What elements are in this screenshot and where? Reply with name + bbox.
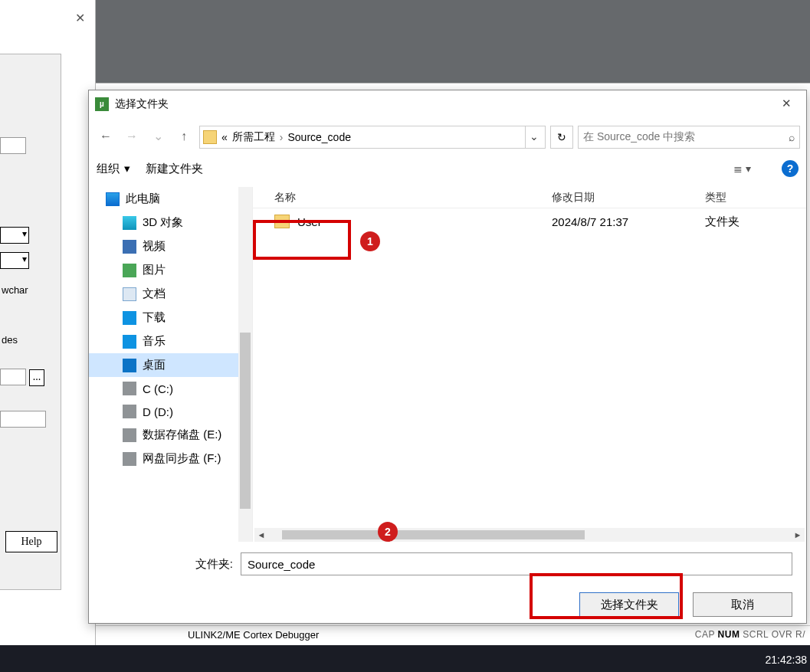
folder-name-label: 文件夹: [103, 557, 233, 572]
breadcrumb-sep: › [280, 131, 284, 143]
tree-item-icon [123, 428, 136, 442]
tree-item-label: 视频 [143, 239, 166, 254]
tree-item-label: 3D 对象 [143, 215, 183, 230]
col-type-header[interactable]: 类型 [705, 191, 766, 205]
organize-button[interactable]: 组织 ▾ [97, 162, 130, 176]
file-list: 名称 修改日期 类型 User2024/8/7 21:37文件夹 1 ◄ 2 ► [253, 187, 806, 542]
status-debugger-label: ULINK2/ME Cortex Debugger [188, 629, 319, 641]
tree-item[interactable]: 视频 [89, 234, 252, 258]
tree-item-label: 数据存储盘 (E:) [143, 428, 221, 442]
dialog-titlebar[interactable]: µ 选择文件夹 ✕ [89, 90, 806, 118]
dialog-close-button[interactable]: ✕ [769, 93, 803, 115]
file-name: User [297, 215, 322, 228]
tree-item[interactable]: 网盘同步盘 (F:) [89, 447, 252, 470]
folder-name-input[interactable] [241, 552, 792, 575]
folder-picker-dialog: µ 选择文件夹 ✕ ← → ⌄ ↑ « 所需工程 › Source_code ⌄… [88, 90, 807, 624]
nav-row: ← → ⌄ ↑ « 所需工程 › Source_code ⌄ ↻ 在 Sourc… [89, 123, 806, 152]
tree-scrollbar[interactable] [238, 187, 252, 542]
col-date-header[interactable]: 修改日期 [552, 191, 705, 205]
address-dropdown[interactable]: ⌄ [525, 126, 542, 148]
tree-item-label: 文档 [143, 287, 166, 301]
tree-item-icon [123, 335, 136, 349]
tree-item-icon [123, 287, 136, 301]
chevron-down-icon: ▾ [746, 162, 751, 175]
list-view-icon: ≣ [733, 162, 743, 175]
search-box[interactable]: 在 Source_code 中搜索 ⌕ [578, 126, 800, 149]
bg-help-button[interactable]: Help [5, 531, 57, 552]
bg-input-1[interactable] [0, 137, 26, 154]
background-options-dialog: ✕ wchar des ... Help [0, 0, 96, 654]
app-icon: µ [95, 97, 109, 111]
background-close-button[interactable]: ✕ [75, 11, 85, 25]
status-indicators: CAP NUM SCRL OVR R/ [695, 629, 805, 640]
hscroll-right[interactable]: ► [791, 530, 805, 539]
refresh-button[interactable]: ↻ [550, 126, 573, 149]
tree-item-icon [123, 264, 136, 277]
tree-item-label: 图片 [143, 263, 166, 277]
bg-browse-button[interactable]: ... [29, 369, 44, 386]
help-button[interactable]: ? [782, 160, 799, 177]
breadcrumb-part-0[interactable]: 所需工程 [232, 130, 275, 144]
hscroll-thumb[interactable] [282, 530, 585, 539]
bg-label-wchar: wchar [0, 284, 61, 296]
nav-back-button[interactable]: ← [95, 126, 116, 148]
address-bar[interactable]: « 所需工程 › Source_code ⌄ [199, 126, 546, 149]
tree-scroll-thumb[interactable] [240, 333, 251, 509]
tree-item-icon [123, 311, 136, 325]
tree-item[interactable]: 图片 [89, 258, 252, 282]
file-row[interactable]: User2024/8/7 21:37文件夹 [253, 208, 806, 234]
chevron-down-icon: ▾ [124, 162, 130, 175]
tree-item[interactable]: D (D:) [89, 400, 252, 423]
tree-this-pc[interactable]: 此电脑 [89, 187, 252, 211]
tree-item-label: 桌面 [143, 358, 166, 372]
computer-icon [106, 192, 120, 206]
dialog-body: 此电脑 3D 对象视频图片文档下载音乐桌面C (C:)D (D:)数据存储盘 (… [89, 187, 806, 542]
tree-item[interactable]: 桌面 [89, 353, 252, 377]
new-folder-button[interactable]: 新建文件夹 [146, 162, 203, 176]
breadcrumb-prefix: « [221, 131, 228, 143]
background-options-panel: wchar des ... Help [0, 54, 61, 590]
tree-item-icon [123, 216, 136, 230]
tree-item-icon [123, 240, 136, 254]
nav-tree: 此电脑 3D 对象视频图片文档下载音乐桌面C (C:)D (D:)数据存储盘 (… [89, 187, 253, 542]
bg-input-2[interactable] [0, 369, 26, 385]
tree-item-icon [123, 382, 136, 395]
tree-item[interactable]: 数据存储盘 (E:) [89, 423, 252, 447]
file-list-hscroll[interactable]: ◄ 2 ► [254, 528, 805, 542]
breadcrumb-part-1[interactable]: Source_code [287, 131, 351, 143]
taskbar-clock: 21:42:38 [766, 654, 808, 666]
dialog-title: 选择文件夹 [115, 97, 169, 111]
tree-item[interactable]: 下载 [89, 306, 252, 329]
tree-item[interactable]: 音乐 [89, 329, 252, 353]
nav-up-button[interactable]: ↑ [173, 126, 195, 148]
tree-item-icon [123, 405, 136, 418]
tree-item-label: C (C:) [143, 382, 173, 395]
tree-item[interactable]: 3D 对象 [89, 211, 252, 234]
view-mode-button[interactable]: ≣ ▾ [725, 158, 759, 179]
bg-label-des: des [0, 334, 61, 346]
tree-item-label: 下载 [143, 310, 166, 325]
cancel-button[interactable]: 取消 [693, 592, 792, 617]
nav-forward-button[interactable]: → [121, 126, 143, 148]
bg-combo-2[interactable] [0, 252, 29, 269]
tree-item[interactable]: C (C:) [89, 377, 252, 400]
select-folder-button[interactable]: 选择文件夹 [579, 592, 679, 617]
bg-combo-1[interactable] [0, 227, 29, 244]
hscroll-left[interactable]: ◄ [254, 530, 268, 539]
file-type: 文件夹 [705, 215, 766, 229]
bg-input-3[interactable] [0, 411, 46, 428]
tree-item-label: 网盘同步盘 (F:) [143, 451, 221, 466]
taskbar: 21:42:38 [0, 645, 810, 672]
tree-item-icon [123, 359, 136, 372]
nav-recent-button[interactable]: ⌄ [147, 126, 169, 148]
folder-icon [203, 130, 217, 144]
search-icon: ⌕ [789, 131, 795, 143]
file-date: 2024/8/7 21:37 [552, 215, 705, 228]
tree-item-label: D (D:) [143, 405, 173, 418]
search-placeholder: 在 Source_code 中搜索 [583, 130, 695, 144]
col-name-header[interactable]: 名称 [253, 191, 552, 205]
tree-item-label: 音乐 [143, 334, 166, 349]
file-list-header: 名称 修改日期 类型 [253, 187, 806, 208]
tree-item[interactable]: 文档 [89, 282, 252, 306]
toolbar: 组织 ▾ 新建文件夹 ≣ ▾ ? [89, 152, 806, 185]
